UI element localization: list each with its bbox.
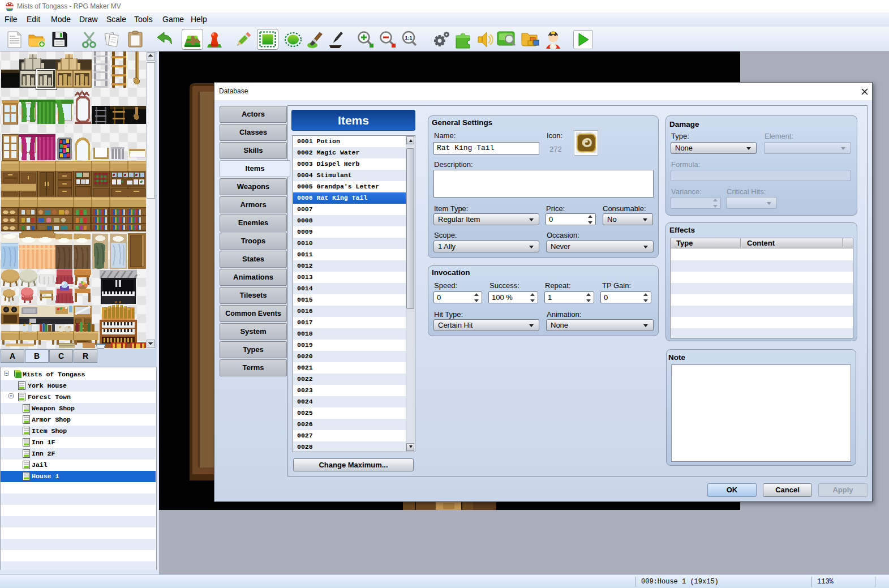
svg-text:1:1: 1:1	[405, 35, 412, 41]
